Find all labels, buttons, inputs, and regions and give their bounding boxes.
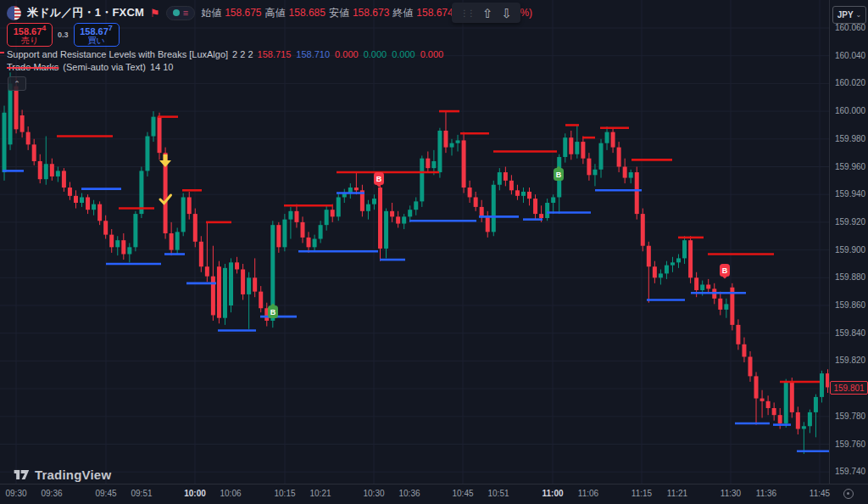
candle-body (796, 412, 800, 429)
candle-body (563, 137, 567, 157)
drag-handle-icon[interactable]: ⋮⋮ (460, 8, 474, 18)
open-value: 158.675 (225, 7, 261, 19)
candle-body (790, 382, 794, 412)
candle-body (808, 412, 812, 426)
candle-body (688, 240, 693, 277)
time-tick-label: 11:06 (578, 489, 598, 498)
candle-body (545, 203, 549, 218)
candle-body (670, 262, 675, 265)
candle-body (718, 299, 722, 310)
close-label: 終値 (392, 6, 413, 20)
candle-body (700, 284, 704, 290)
tradingview-logo[interactable]: TradingView (14, 467, 111, 483)
flag-bookmark-icon[interactable]: ⚑ (150, 8, 160, 19)
chevron-down-icon: ⌄ (856, 11, 862, 19)
candle-body (8, 83, 13, 144)
arrow-up-tool-icon[interactable]: ⇧ (482, 7, 493, 20)
candle-body (109, 235, 114, 248)
candle-body (307, 238, 311, 247)
candle-body (521, 192, 526, 196)
candle-body (170, 233, 174, 250)
candle-body (193, 214, 198, 242)
symbol-title[interactable]: 米ドル／円・1・FXCM (27, 5, 144, 20)
candle-body (431, 161, 436, 168)
indicator-value: 0.000 (364, 49, 387, 59)
candle-body (605, 132, 609, 143)
candle-body (62, 171, 66, 188)
price-tick-label: 159.740 (835, 467, 865, 476)
arrow-down-tool-icon[interactable]: ⇩ (502, 7, 513, 20)
candle-body (97, 204, 102, 221)
low-value: 158.673 (353, 7, 389, 19)
indicator-row-sr[interactable]: Support and Resistance Levels with Break… (7, 48, 448, 60)
price-tick-label: 159.820 (835, 356, 865, 365)
candle-body (820, 373, 824, 397)
price-tick-label: 159.860 (835, 300, 865, 310)
candle-body (294, 211, 298, 222)
price-tick-label: 159.880 (835, 272, 865, 282)
candle-body (74, 196, 78, 203)
candle-body (611, 132, 615, 148)
candle-body (653, 266, 657, 277)
usdjpy-flag-icon (7, 6, 21, 20)
indicator-legend: Support and Resistance Levels with Break… (7, 48, 448, 73)
candle-body (181, 197, 186, 232)
time-axis[interactable]: 09:3009:3609:4509:5110:0010:0610:1510:21… (0, 484, 868, 504)
open-label: 始値 (201, 6, 221, 20)
candle-body (115, 240, 120, 247)
candle-body (754, 376, 759, 398)
close-value: 158.674 (416, 7, 453, 19)
candle-body (551, 197, 555, 203)
time-tick-label: 11:21 (667, 489, 687, 498)
price-tick-label: 159.780 (835, 412, 865, 421)
svg-text:B: B (376, 175, 382, 183)
time-tick-label: 11:36 (756, 489, 776, 498)
candle-body (402, 216, 406, 223)
market-status-pill[interactable]: ≡ (166, 6, 195, 20)
candle-body (814, 397, 818, 412)
candle-body (533, 199, 537, 214)
candle-body (235, 262, 239, 269)
candle-body (492, 185, 496, 232)
price-tick-label: 159.900 (835, 245, 865, 255)
collapse-legend-button[interactable]: ⌃ (8, 76, 26, 91)
candle-body (760, 399, 765, 401)
candle-body (38, 161, 42, 179)
candle-body (736, 325, 740, 344)
buy-button[interactable]: 158.677 買い (74, 23, 120, 47)
time-tick-label: 09:45 (95, 489, 116, 498)
candle-body (694, 277, 698, 290)
currency-toggle-button[interactable]: JPY⌄ (832, 6, 866, 24)
candle-body (772, 408, 776, 415)
sr-lines-layer (3, 111, 829, 451)
price-tick-label: 159.980 (835, 134, 865, 143)
indicator-value: 0.000 (335, 49, 359, 59)
svg-text:B: B (270, 308, 276, 316)
candle-body (426, 159, 430, 168)
candle-body (682, 240, 687, 258)
candle-body (44, 164, 48, 179)
sell-button[interactable]: 158.674 売り (7, 23, 53, 47)
candle-body (408, 210, 412, 216)
candle-body (593, 170, 597, 176)
price-tick-label: 160.040 (835, 51, 865, 60)
candle-body (20, 115, 25, 132)
status-lines-icon: ≡ (183, 8, 188, 18)
candle-body (152, 117, 156, 137)
candle-body (486, 216, 490, 232)
candle-body (468, 188, 472, 197)
candle-body (724, 304, 728, 310)
price-axis[interactable]: 160.060160.040160.020160.000159.980159.9… (829, 0, 868, 484)
drawing-toolbar: ⋮⋮ ⇧ ⇩ (452, 3, 520, 23)
candle-body (247, 277, 251, 294)
candle-body (474, 197, 478, 206)
price-tick-label: 159.760 (835, 440, 865, 449)
indicator-row-trademarks[interactable]: Trade Marks (Semi-auto via Text) 14 10 (7, 60, 448, 73)
legend-color-tick (0, 52, 4, 53)
session-clock-icon[interactable] (843, 489, 854, 499)
candle-body (390, 211, 394, 217)
candle-body (617, 148, 621, 167)
high-value: 158.685 (289, 7, 326, 19)
candle-body (635, 172, 639, 214)
time-tick-label: 10:30 (363, 489, 384, 498)
